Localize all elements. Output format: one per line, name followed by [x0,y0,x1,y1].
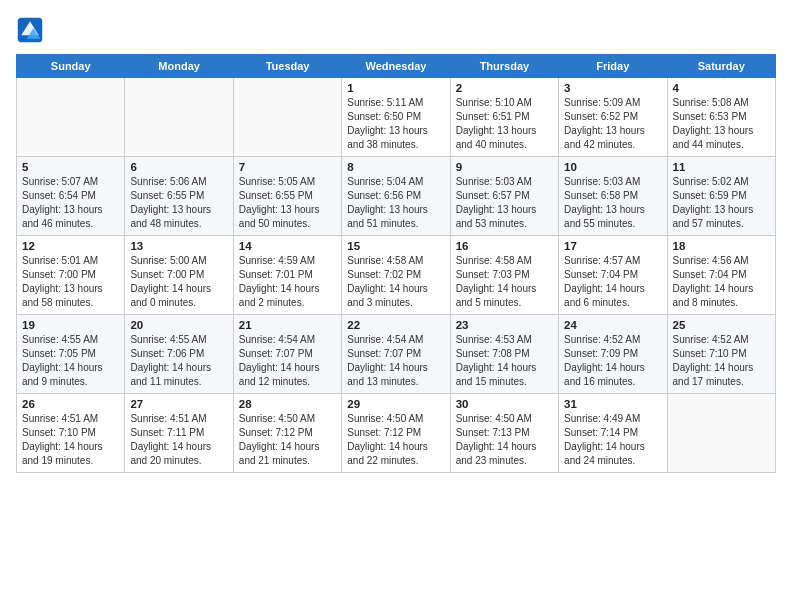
calendar-cell [667,394,775,473]
day-info: Sunrise: 4:55 AM Sunset: 7:05 PM Dayligh… [22,333,119,389]
day-info: Sunrise: 4:51 AM Sunset: 7:11 PM Dayligh… [130,412,227,468]
calendar-cell: 7Sunrise: 5:05 AM Sunset: 6:55 PM Daylig… [233,157,341,236]
day-info: Sunrise: 5:03 AM Sunset: 6:58 PM Dayligh… [564,175,661,231]
day-number: 13 [130,240,227,252]
day-number: 31 [564,398,661,410]
calendar-cell: 26Sunrise: 4:51 AM Sunset: 7:10 PM Dayli… [17,394,125,473]
calendar-cell [125,78,233,157]
day-info: Sunrise: 4:59 AM Sunset: 7:01 PM Dayligh… [239,254,336,310]
calendar-cell: 9Sunrise: 5:03 AM Sunset: 6:57 PM Daylig… [450,157,558,236]
day-info: Sunrise: 5:08 AM Sunset: 6:53 PM Dayligh… [673,96,770,152]
calendar-cell: 17Sunrise: 4:57 AM Sunset: 7:04 PM Dayli… [559,236,667,315]
weekday-monday: Monday [125,55,233,78]
calendar-cell: 5Sunrise: 5:07 AM Sunset: 6:54 PM Daylig… [17,157,125,236]
calendar-cell: 15Sunrise: 4:58 AM Sunset: 7:02 PM Dayli… [342,236,450,315]
calendar-cell: 24Sunrise: 4:52 AM Sunset: 7:09 PM Dayli… [559,315,667,394]
day-number: 28 [239,398,336,410]
day-number: 7 [239,161,336,173]
page: SundayMondayTuesdayWednesdayThursdayFrid… [0,0,792,612]
day-number: 1 [347,82,444,94]
calendar-cell: 25Sunrise: 4:52 AM Sunset: 7:10 PM Dayli… [667,315,775,394]
day-number: 21 [239,319,336,331]
day-number: 19 [22,319,119,331]
calendar-week-5: 26Sunrise: 4:51 AM Sunset: 7:10 PM Dayli… [17,394,776,473]
day-info: Sunrise: 4:56 AM Sunset: 7:04 PM Dayligh… [673,254,770,310]
calendar-cell: 4Sunrise: 5:08 AM Sunset: 6:53 PM Daylig… [667,78,775,157]
day-number: 12 [22,240,119,252]
day-number: 23 [456,319,553,331]
day-info: Sunrise: 5:00 AM Sunset: 7:00 PM Dayligh… [130,254,227,310]
calendar-week-1: 1Sunrise: 5:11 AM Sunset: 6:50 PM Daylig… [17,78,776,157]
day-number: 4 [673,82,770,94]
day-number: 3 [564,82,661,94]
calendar-cell: 8Sunrise: 5:04 AM Sunset: 6:56 PM Daylig… [342,157,450,236]
calendar-cell: 14Sunrise: 4:59 AM Sunset: 7:01 PM Dayli… [233,236,341,315]
calendar-cell: 29Sunrise: 4:50 AM Sunset: 7:12 PM Dayli… [342,394,450,473]
day-number: 17 [564,240,661,252]
day-number: 14 [239,240,336,252]
day-number: 11 [673,161,770,173]
day-info: Sunrise: 4:50 AM Sunset: 7:13 PM Dayligh… [456,412,553,468]
weekday-tuesday: Tuesday [233,55,341,78]
calendar-cell: 20Sunrise: 4:55 AM Sunset: 7:06 PM Dayli… [125,315,233,394]
day-info: Sunrise: 5:11 AM Sunset: 6:50 PM Dayligh… [347,96,444,152]
day-info: Sunrise: 4:53 AM Sunset: 7:08 PM Dayligh… [456,333,553,389]
day-number: 24 [564,319,661,331]
calendar-cell: 11Sunrise: 5:02 AM Sunset: 6:59 PM Dayli… [667,157,775,236]
calendar-cell: 10Sunrise: 5:03 AM Sunset: 6:58 PM Dayli… [559,157,667,236]
day-number: 20 [130,319,227,331]
calendar-cell: 30Sunrise: 4:50 AM Sunset: 7:13 PM Dayli… [450,394,558,473]
logo-icon [16,16,44,44]
day-number: 15 [347,240,444,252]
calendar-cell: 16Sunrise: 4:58 AM Sunset: 7:03 PM Dayli… [450,236,558,315]
calendar-cell: 19Sunrise: 4:55 AM Sunset: 7:05 PM Dayli… [17,315,125,394]
weekday-header-row: SundayMondayTuesdayWednesdayThursdayFrid… [17,55,776,78]
calendar-cell: 27Sunrise: 4:51 AM Sunset: 7:11 PM Dayli… [125,394,233,473]
day-number: 27 [130,398,227,410]
calendar-week-3: 12Sunrise: 5:01 AM Sunset: 7:00 PM Dayli… [17,236,776,315]
calendar-cell: 2Sunrise: 5:10 AM Sunset: 6:51 PM Daylig… [450,78,558,157]
calendar-cell: 6Sunrise: 5:06 AM Sunset: 6:55 PM Daylig… [125,157,233,236]
day-number: 10 [564,161,661,173]
calendar-cell: 23Sunrise: 4:53 AM Sunset: 7:08 PM Dayli… [450,315,558,394]
day-number: 30 [456,398,553,410]
day-info: Sunrise: 4:50 AM Sunset: 7:12 PM Dayligh… [347,412,444,468]
calendar-cell: 12Sunrise: 5:01 AM Sunset: 7:00 PM Dayli… [17,236,125,315]
day-number: 18 [673,240,770,252]
calendar-table: SundayMondayTuesdayWednesdayThursdayFrid… [16,54,776,473]
day-number: 2 [456,82,553,94]
day-number: 25 [673,319,770,331]
day-info: Sunrise: 4:57 AM Sunset: 7:04 PM Dayligh… [564,254,661,310]
weekday-saturday: Saturday [667,55,775,78]
day-info: Sunrise: 5:03 AM Sunset: 6:57 PM Dayligh… [456,175,553,231]
day-number: 29 [347,398,444,410]
day-info: Sunrise: 5:02 AM Sunset: 6:59 PM Dayligh… [673,175,770,231]
day-info: Sunrise: 4:50 AM Sunset: 7:12 PM Dayligh… [239,412,336,468]
day-info: Sunrise: 4:54 AM Sunset: 7:07 PM Dayligh… [347,333,444,389]
day-info: Sunrise: 4:54 AM Sunset: 7:07 PM Dayligh… [239,333,336,389]
calendar-cell: 3Sunrise: 5:09 AM Sunset: 6:52 PM Daylig… [559,78,667,157]
day-info: Sunrise: 4:58 AM Sunset: 7:02 PM Dayligh… [347,254,444,310]
day-number: 5 [22,161,119,173]
calendar-cell [233,78,341,157]
day-info: Sunrise: 5:07 AM Sunset: 6:54 PM Dayligh… [22,175,119,231]
day-number: 16 [456,240,553,252]
weekday-wednesday: Wednesday [342,55,450,78]
calendar-cell: 31Sunrise: 4:49 AM Sunset: 7:14 PM Dayli… [559,394,667,473]
day-info: Sunrise: 5:10 AM Sunset: 6:51 PM Dayligh… [456,96,553,152]
calendar-cell: 28Sunrise: 4:50 AM Sunset: 7:12 PM Dayli… [233,394,341,473]
day-number: 22 [347,319,444,331]
day-info: Sunrise: 4:51 AM Sunset: 7:10 PM Dayligh… [22,412,119,468]
day-info: Sunrise: 4:55 AM Sunset: 7:06 PM Dayligh… [130,333,227,389]
weekday-thursday: Thursday [450,55,558,78]
calendar-cell: 22Sunrise: 4:54 AM Sunset: 7:07 PM Dayli… [342,315,450,394]
calendar-cell: 21Sunrise: 4:54 AM Sunset: 7:07 PM Dayli… [233,315,341,394]
day-info: Sunrise: 4:58 AM Sunset: 7:03 PM Dayligh… [456,254,553,310]
weekday-friday: Friday [559,55,667,78]
calendar-cell [17,78,125,157]
day-number: 8 [347,161,444,173]
day-number: 6 [130,161,227,173]
day-info: Sunrise: 5:01 AM Sunset: 7:00 PM Dayligh… [22,254,119,310]
day-info: Sunrise: 5:06 AM Sunset: 6:55 PM Dayligh… [130,175,227,231]
day-info: Sunrise: 5:09 AM Sunset: 6:52 PM Dayligh… [564,96,661,152]
